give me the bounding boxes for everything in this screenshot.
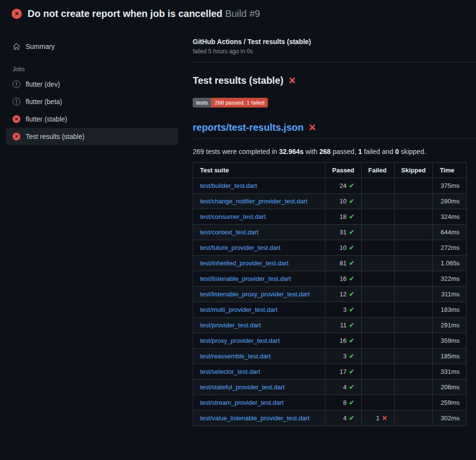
sidebar-item-flutter-beta[interactable]: !flutter (beta) [6,93,178,110]
home-icon [13,43,20,50]
test-suite-link[interactable]: test/inherited_provider_test.dart [200,260,289,267]
test-suite-link[interactable]: test/builder_test.dart [200,182,257,189]
test-suite-cell: test/value_listenable_provider_test.dart [193,411,325,426]
summary-skipped-count: 0 [395,148,399,155]
test-suite-link[interactable]: test/listenable_proxy_provider_test.dart [200,291,310,298]
test-suite-link[interactable]: test/reassemble_test.dart [200,353,271,360]
test-suite-link[interactable]: test/selector_test.dart [200,368,260,375]
sidebar-item-test-results-stable[interactable]: ✕Test results (stable) [6,128,178,145]
count-value: 11 [340,322,347,329]
summary-text: passed, [331,148,358,155]
test-suite-link[interactable]: test/listenable_provider_test.dart [200,275,291,282]
count-value: 1 [376,414,379,422]
time-cell: 291ms [433,318,467,333]
check-icon: ✔ [349,353,354,360]
count-cell: 3✔ [325,302,362,318]
test-suite-link[interactable]: test/context_test.dart [200,229,259,236]
check-icon: ✔ [349,291,354,298]
count-cell [394,209,433,225]
time-cell: 183ms [433,302,467,318]
table-row: test/listenable_provider_test.dart16✔322… [193,271,467,287]
sidebar-item-label: Test results (stable) [26,133,84,140]
check-icon: ✔ [349,213,354,220]
table-row: test/context_test.dart31✔644ms [193,225,467,240]
test-suite-link[interactable]: test/consumer_test.dart [200,213,266,220]
failed-status-icon: ✕ [12,9,22,19]
column-header-skipped: Skipped [394,163,433,178]
report-failed-x-icon: ✕ [308,123,316,132]
count-cell [361,194,394,209]
table-row: test/listenable_proxy_provider_test.dart… [193,287,467,302]
summary-passed-count: 268 [320,148,331,155]
tests-badge-label: tests [193,98,211,107]
time-cell: 324ms [433,209,467,225]
main-content: GitHub Actions / Test results (stable) f… [193,26,476,426]
count-cell [394,225,433,240]
count-cell [361,225,394,240]
count-cell [394,271,433,287]
time-cell: 272ms [433,240,467,256]
check-icon: ✔ [349,414,354,422]
count-cell: 18✔ [325,209,362,225]
x-icon: ✕ [382,414,387,422]
test-suite-link[interactable]: test/provider_test.dart [200,322,261,329]
sidebar-item-flutter-dev[interactable]: !flutter (dev) [6,76,178,93]
count-cell [394,287,433,302]
check-icon: ✔ [349,275,354,282]
time-cell: 644ms [433,225,467,240]
sidebar-item-label: flutter (stable) [26,115,67,123]
test-suite-link[interactable]: test/proxy_provider_test.dart [200,337,280,344]
count-cell: 4✔ [325,380,362,395]
count-cell [361,349,394,364]
test-suite-link[interactable]: test/value_listenable_provider_test.dart [200,414,309,422]
table-row: test/consumer_test.dart18✔324ms [193,209,467,225]
page-title: Do not create report when job is cancell… [28,8,260,19]
build-number: Build #9 [225,8,260,19]
count-value: 10 [339,198,346,205]
sidebar-summary-label: Summary [26,43,55,50]
table-row: test/value_listenable_provider_test.dart… [193,411,467,426]
count-cell [361,395,394,411]
time-cell: 375ms [433,178,467,194]
count-cell [394,178,433,194]
test-suite-cell: test/inherited_provider_test.dart [193,256,325,271]
count-cell [394,318,433,333]
time-cell: 206ms [433,380,467,395]
count-value: 24 [339,182,346,189]
test-suite-cell: test/selector_test.dart [193,364,325,380]
breadcrumb: GitHub Actions / Test results (stable) [193,38,476,46]
test-suite-link[interactable]: test/stream_provider_test.dart [200,399,284,406]
time-cell: 1.065s [433,256,467,271]
test-suite-cell: test/multi_provider_test.dart [193,302,325,318]
count-value: 18 [339,213,346,220]
section-title-text: Test results (stable) [193,75,283,86]
time-cell: 259ms [433,395,467,411]
count-cell: 4✔ [325,411,362,426]
table-row: test/proxy_provider_test.dart16✔359ms [193,333,467,349]
check-run-header: ✕ Do not create report when job is cance… [0,0,476,26]
summary-text: with [304,148,320,155]
test-suite-cell: test/consumer_test.dart [193,209,325,225]
test-suite-cell: test/listenable_proxy_provider_test.dart [193,287,325,302]
check-icon: ✔ [349,229,354,236]
neutral-status-icon: ! [13,80,20,88]
sidebar-item-summary[interactable]: Summary [6,38,178,55]
count-value: 81 [339,260,346,267]
count-cell: 81✔ [325,256,362,271]
test-results-table: Test suitePassedFailedSkippedTime test/b… [193,162,467,426]
test-suite-link[interactable]: test/change_notifier_provider_test.dart [200,198,307,205]
test-suite-link[interactable]: test/stateful_provider_test.dart [200,383,285,391]
check-icon: ✔ [349,322,354,329]
summary-duration: 32.964s [279,148,304,155]
failed-icon: ✕ [13,115,20,123]
table-header-row: Test suitePassedFailedSkippedTime [193,163,467,178]
test-suite-link[interactable]: test/future_provider_test.dart [200,244,280,251]
run-status-line: failed 5 hours ago in 0s [193,48,476,55]
sidebar-item-flutter-stable[interactable]: ✕flutter (stable) [6,110,178,128]
test-suite-link[interactable]: test/multi_provider_test.dart [200,306,277,313]
table-row: test/future_provider_test.dart10✔272ms [193,240,467,256]
report-file-link[interactable]: reports/test-results.json [193,122,304,133]
table-row: test/reassemble_test.dart3✔185ms [193,349,467,364]
count-cell [394,364,433,380]
tests-badge: tests 268 passed, 1 failed [193,98,268,107]
